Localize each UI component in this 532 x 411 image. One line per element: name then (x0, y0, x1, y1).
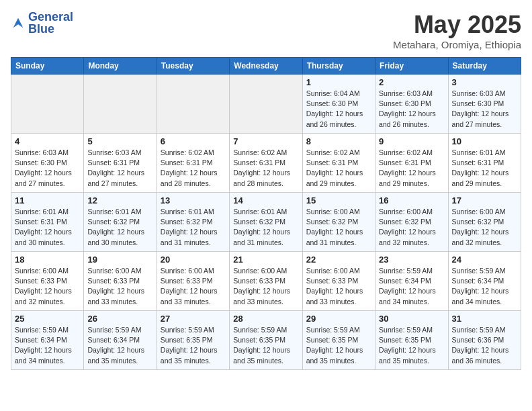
day-info: Sunrise: 5:59 AM Sunset: 6:35 PM Dayligh… (306, 325, 371, 366)
day-number: 12 (87, 195, 152, 205)
day-info: Sunrise: 6:00 AM Sunset: 6:32 PM Dayligh… (379, 207, 444, 248)
day-info: Sunrise: 6:01 AM Sunset: 6:32 PM Dayligh… (161, 207, 226, 248)
day-info: Sunrise: 6:00 AM Sunset: 6:33 PM Dayligh… (306, 266, 371, 307)
day-number: 11 (15, 195, 80, 205)
day-info: Sunrise: 6:03 AM Sunset: 6:30 PM Dayligh… (15, 148, 80, 189)
day-number: 16 (379, 195, 444, 205)
day-number: 29 (306, 314, 371, 324)
day-number: 7 (233, 136, 298, 146)
location-text: Metahara, Oromiya, Ethiopia (393, 39, 521, 50)
day-number: 2 (379, 77, 444, 87)
day-info: Sunrise: 6:03 AM Sunset: 6:30 PM Dayligh… (452, 89, 517, 130)
day-number: 9 (379, 136, 444, 146)
title-block: May 2025 Metahara, Oromiya, Ethiopia (393, 11, 521, 50)
day-number: 21 (233, 255, 298, 265)
svg-marker-0 (13, 18, 24, 28)
calendar-cell: 10 Sunrise: 6:01 AM Sunset: 6:31 PM Dayl… (448, 134, 521, 193)
day-header-thursday: Thursday (302, 58, 375, 75)
day-number: 25 (15, 314, 80, 324)
day-header-friday: Friday (375, 58, 448, 75)
day-info: Sunrise: 5:59 AM Sunset: 6:35 PM Dayligh… (379, 325, 444, 366)
calendar-week-row: 4 Sunrise: 6:03 AM Sunset: 6:30 PM Dayli… (11, 134, 521, 193)
calendar-cell: 30 Sunrise: 5:59 AM Sunset: 6:35 PM Dayl… (375, 311, 448, 370)
calendar-cell: 14 Sunrise: 6:01 AM Sunset: 6:32 PM Dayl… (230, 193, 302, 252)
day-number: 20 (161, 255, 226, 265)
logo-text-line2: Blue (28, 23, 73, 35)
calendar-week-row: 18 Sunrise: 6:00 AM Sunset: 6:33 PM Dayl… (11, 252, 521, 311)
calendar-cell: 22 Sunrise: 6:00 AM Sunset: 6:33 PM Dayl… (302, 252, 375, 311)
calendar-week-row: 25 Sunrise: 5:59 AM Sunset: 6:34 PM Dayl… (11, 311, 521, 370)
calendar-cell: 27 Sunrise: 5:59 AM Sunset: 6:35 PM Dayl… (157, 311, 229, 370)
calendar-header-row: SundayMondayTuesdayWednesdayThursdayFrid… (11, 58, 521, 75)
calendar-cell (157, 75, 229, 134)
day-info: Sunrise: 5:59 AM Sunset: 6:34 PM Dayligh… (452, 266, 517, 307)
day-header-monday: Monday (84, 58, 157, 75)
day-number: 8 (306, 136, 371, 146)
day-number: 28 (233, 314, 298, 324)
day-info: Sunrise: 6:04 AM Sunset: 6:30 PM Dayligh… (306, 89, 371, 130)
day-info: Sunrise: 6:03 AM Sunset: 6:31 PM Dayligh… (87, 148, 152, 189)
calendar-cell: 6 Sunrise: 6:02 AM Sunset: 6:31 PM Dayli… (157, 134, 229, 193)
day-info: Sunrise: 5:59 AM Sunset: 6:35 PM Dayligh… (233, 325, 298, 366)
day-info: Sunrise: 5:59 AM Sunset: 6:36 PM Dayligh… (452, 325, 517, 366)
day-number: 15 (306, 195, 371, 205)
calendar-cell: 31 Sunrise: 5:59 AM Sunset: 6:36 PM Dayl… (448, 311, 521, 370)
calendar-cell (84, 75, 157, 134)
day-number: 27 (161, 314, 226, 324)
day-info: Sunrise: 6:00 AM Sunset: 6:32 PM Dayligh… (306, 207, 371, 248)
day-number: 31 (452, 314, 517, 324)
calendar-cell: 17 Sunrise: 6:00 AM Sunset: 6:32 PM Dayl… (448, 193, 521, 252)
day-number: 1 (306, 77, 371, 87)
calendar-cell: 29 Sunrise: 5:59 AM Sunset: 6:35 PM Dayl… (302, 311, 375, 370)
calendar-cell: 13 Sunrise: 6:01 AM Sunset: 6:32 PM Dayl… (157, 193, 229, 252)
calendar-cell: 23 Sunrise: 5:59 AM Sunset: 6:34 PM Dayl… (375, 252, 448, 311)
day-info: Sunrise: 6:02 AM Sunset: 6:31 PM Dayligh… (306, 148, 371, 189)
calendar-cell: 5 Sunrise: 6:03 AM Sunset: 6:31 PM Dayli… (84, 134, 157, 193)
logo-text-line1: General (28, 11, 73, 23)
calendar-cell: 18 Sunrise: 6:00 AM Sunset: 6:33 PM Dayl… (11, 252, 84, 311)
day-info: Sunrise: 6:00 AM Sunset: 6:33 PM Dayligh… (161, 266, 226, 307)
calendar-cell: 12 Sunrise: 6:01 AM Sunset: 6:32 PM Dayl… (84, 193, 157, 252)
calendar-table: SundayMondayTuesdayWednesdayThursdayFrid… (11, 57, 521, 370)
calendar-cell: 15 Sunrise: 6:00 AM Sunset: 6:32 PM Dayl… (302, 193, 375, 252)
day-header-tuesday: Tuesday (157, 58, 229, 75)
day-number: 10 (452, 136, 517, 146)
day-info: Sunrise: 5:59 AM Sunset: 6:34 PM Dayligh… (15, 325, 80, 366)
calendar-cell: 20 Sunrise: 6:00 AM Sunset: 6:33 PM Dayl… (157, 252, 229, 311)
calendar-cell: 9 Sunrise: 6:02 AM Sunset: 6:31 PM Dayli… (375, 134, 448, 193)
day-header-wednesday: Wednesday (230, 58, 302, 75)
day-number: 6 (161, 136, 226, 146)
calendar-week-row: 1 Sunrise: 6:04 AM Sunset: 6:30 PM Dayli… (11, 75, 521, 134)
day-number: 3 (452, 77, 517, 87)
month-title: May 2025 (393, 11, 521, 39)
day-number: 13 (161, 195, 226, 205)
logo-icon (11, 15, 26, 30)
calendar-cell: 21 Sunrise: 6:00 AM Sunset: 6:33 PM Dayl… (230, 252, 302, 311)
day-info: Sunrise: 6:00 AM Sunset: 6:33 PM Dayligh… (87, 266, 152, 307)
day-info: Sunrise: 6:01 AM Sunset: 6:32 PM Dayligh… (233, 207, 298, 248)
calendar-cell: 19 Sunrise: 6:00 AM Sunset: 6:33 PM Dayl… (84, 252, 157, 311)
calendar-cell: 1 Sunrise: 6:04 AM Sunset: 6:30 PM Dayli… (302, 75, 375, 134)
calendar-cell: 3 Sunrise: 6:03 AM Sunset: 6:30 PM Dayli… (448, 75, 521, 134)
day-info: Sunrise: 6:01 AM Sunset: 6:31 PM Dayligh… (15, 207, 80, 248)
day-info: Sunrise: 6:01 AM Sunset: 6:32 PM Dayligh… (87, 207, 152, 248)
day-number: 18 (15, 255, 80, 265)
day-number: 30 (379, 314, 444, 324)
day-header-saturday: Saturday (448, 58, 521, 75)
calendar-cell: 25 Sunrise: 5:59 AM Sunset: 6:34 PM Dayl… (11, 311, 84, 370)
day-info: Sunrise: 6:02 AM Sunset: 6:31 PM Dayligh… (161, 148, 226, 189)
day-info: Sunrise: 6:00 AM Sunset: 6:33 PM Dayligh… (15, 266, 80, 307)
calendar-cell: 28 Sunrise: 5:59 AM Sunset: 6:35 PM Dayl… (230, 311, 302, 370)
calendar-cell (230, 75, 302, 134)
day-number: 24 (452, 255, 517, 265)
page-header: General Blue May 2025 Metahara, Oromiya,… (11, 11, 521, 50)
logo: General Blue (11, 11, 73, 35)
day-info: Sunrise: 5:59 AM Sunset: 6:35 PM Dayligh… (161, 325, 226, 366)
day-info: Sunrise: 5:59 AM Sunset: 6:34 PM Dayligh… (379, 266, 444, 307)
day-number: 26 (87, 314, 152, 324)
day-info: Sunrise: 6:01 AM Sunset: 6:31 PM Dayligh… (452, 148, 517, 189)
day-info: Sunrise: 6:00 AM Sunset: 6:33 PM Dayligh… (233, 266, 298, 307)
calendar-week-row: 11 Sunrise: 6:01 AM Sunset: 6:31 PM Dayl… (11, 193, 521, 252)
day-number: 4 (15, 136, 80, 146)
day-number: 22 (306, 255, 371, 265)
